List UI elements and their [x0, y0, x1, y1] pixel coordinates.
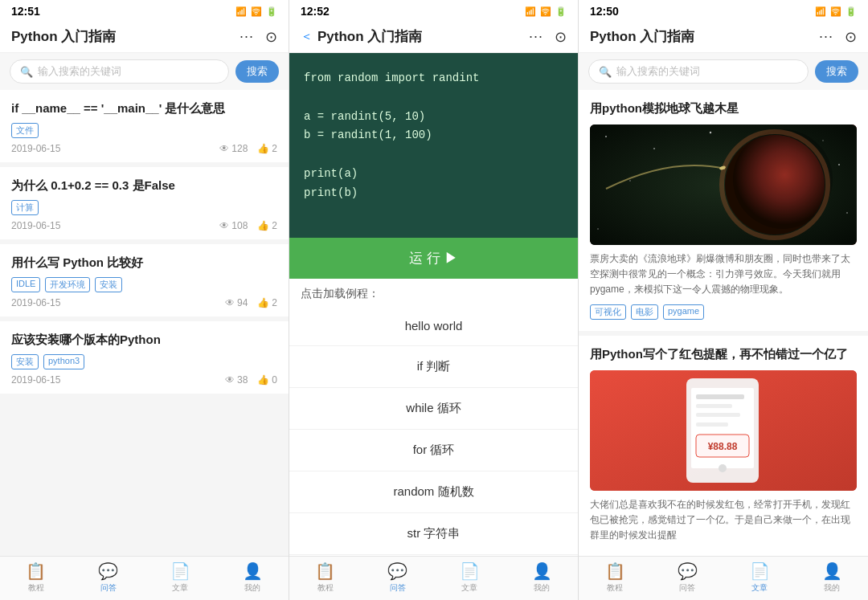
list-item[interactable]: str 字符串	[289, 513, 578, 555]
code-block: from random import randint a = randint(5…	[289, 53, 578, 238]
nav-item-qa-1[interactable]: 💬 问答	[72, 561, 145, 594]
meta-stats-3: 👁 94 👍 2	[225, 297, 277, 308]
nav-label-qa-2: 问答	[390, 582, 406, 594]
list-item[interactable]: for 循环	[289, 430, 578, 471]
tag-row-4: 安装 python3	[11, 354, 277, 369]
list-item[interactable]: 用python模拟地球飞越木星	[579, 90, 868, 331]
nav-item-tutorial-3[interactable]: 📋 教程	[579, 561, 651, 594]
search-input-wrap-1[interactable]: 🔍 输入搜索的关键词	[10, 59, 229, 84]
news-image-planet	[590, 124, 857, 245]
nav-label-qa-3: 问答	[679, 582, 695, 594]
likes-4: 👍 0	[257, 374, 277, 386]
target-icon-2[interactable]: ⊙	[555, 28, 567, 46]
nav-item-profile-2[interactable]: 👤 我的	[506, 561, 578, 594]
nav-item-articles-2[interactable]: 📄 文章	[434, 561, 506, 594]
tag-python3: python3	[43, 354, 84, 369]
tag-row-3: IDLE 开发环境 安装	[11, 277, 277, 292]
views-3: 👁 94	[225, 297, 248, 308]
code-line-6: print(a)	[304, 165, 563, 184]
article-date-4: 2019-06-15	[11, 374, 60, 386]
tutorial-icon-2: 📋	[315, 561, 335, 581]
nav-item-qa-3[interactable]: 💬 问答	[651, 561, 723, 594]
search-button-3[interactable]: 搜索	[815, 60, 858, 83]
tag-devenv: 开发环境	[45, 277, 90, 292]
status-time-2: 12:52	[301, 5, 330, 18]
list-item[interactable]: 为什么 0.1+0.2 == 0.3 是False 计算 2019-06-15 …	[0, 167, 289, 239]
nav-item-qa-2[interactable]: 💬 问答	[362, 561, 434, 594]
article-title-2: 为什么 0.1+0.2 == 0.3 是False	[11, 178, 277, 194]
list-item[interactable]: if __name__ == '__main__' 是什么意思 文件 2019-…	[0, 90, 289, 162]
header-icons-3: ··· ⊙	[819, 28, 857, 46]
nav-item-tutorial-1[interactable]: 📋 教程	[0, 561, 72, 594]
signal-icon-1: 📶	[235, 6, 247, 17]
qa-icon-1: 💬	[98, 561, 118, 581]
list-item[interactable]: if 判断	[289, 346, 578, 388]
nav-item-articles-3[interactable]: 📄 文章	[723, 561, 796, 594]
panel-code: 12:52 📶 🛜 🔋 ＜ Python 入门指南 ··· ⊙ from ran…	[289, 0, 579, 600]
search-placeholder-3: 输入搜索的关键词	[616, 64, 700, 79]
article-meta-2: 2019-06-15 👁 108 👍 2	[11, 220, 277, 231]
target-icon-1[interactable]: ⊙	[265, 28, 277, 46]
header-left-3: Python 入门指南	[590, 27, 694, 46]
likes-1: 👍 2	[257, 143, 277, 154]
nav-item-profile-3[interactable]: 👤 我的	[796, 561, 868, 594]
target-icon-3[interactable]: ⊙	[845, 28, 857, 46]
header-left-1: Python 入门指南	[11, 27, 116, 46]
nav-item-tutorial-2[interactable]: 📋 教程	[289, 561, 362, 594]
article-title-4: 应该安装哪个版本的Python	[11, 333, 277, 348]
search-button-1[interactable]: 搜索	[235, 60, 279, 83]
status-bar-1: 12:51 📶 🛜 🔋	[0, 0, 289, 21]
tag-row-2: 计算	[11, 200, 277, 215]
views-1: 👁 128	[219, 143, 248, 154]
svg-rect-19	[696, 422, 728, 427]
search-icon-3: 🔍	[599, 66, 612, 78]
code-line-2	[304, 88, 563, 108]
likes-2: 👍 2	[257, 220, 277, 231]
list-item[interactable]: while 循环	[289, 388, 578, 430]
news-tag-movie: 电影	[631, 304, 658, 320]
list-item[interactable]: 用什么写 Python 比较好 IDLE 开发环境 安装 2019-06-15 …	[0, 244, 289, 316]
list-item[interactable]: 应该安装哪个版本的Python 安装 python3 2019-06-15 👁 …	[0, 321, 289, 394]
views-4: 👁 38	[225, 374, 248, 386]
app-title-3: Python 入门指南	[590, 27, 694, 46]
run-button[interactable]: 运 行 ▶	[289, 238, 578, 279]
nav-label-profile-3: 我的	[824, 582, 840, 594]
nav-item-profile-1[interactable]: 👤 我的	[216, 561, 289, 594]
wifi-icon-3: 🛜	[830, 6, 841, 17]
example-list: hello world if 判断 while 循环 for 循环 random…	[289, 306, 578, 556]
list-item[interactable]: 用Python写个了红包提醒，再不怕错过一个亿了	[579, 336, 868, 556]
news-tags-1: 可视化 电影 pygame	[590, 304, 857, 320]
profile-icon-3: 👤	[822, 561, 842, 581]
profile-icon-2: 👤	[532, 561, 552, 581]
search-icon-1: 🔍	[20, 66, 33, 78]
back-button-2[interactable]: ＜	[301, 29, 313, 44]
more-icon-3[interactable]: ···	[819, 28, 833, 45]
panel-article-list: 12:51 📶 🛜 🔋 Python 入门指南 ··· ⊙ 🔍 输入搜索的关键词…	[0, 0, 289, 600]
search-input-wrap-3[interactable]: 🔍 输入搜索的关键词	[588, 59, 809, 84]
status-icons-1: 📶 🛜 🔋	[235, 6, 277, 17]
tutorial-icon-3: 📋	[605, 561, 625, 581]
qa-icon-3: 💬	[678, 561, 698, 581]
svg-point-1	[605, 136, 607, 137]
news-desc-1: 票房大卖的《流浪地球》刷爆微博和朋友圈，同时也带来了太空探测中很常见的一个概念：…	[590, 251, 857, 298]
bottom-nav-3: 📋 教程 💬 问答 📄 文章 👤 我的	[579, 556, 868, 600]
svg-text:¥88.88: ¥88.88	[708, 441, 738, 452]
app-title-1: Python 入门指南	[11, 27, 116, 46]
article-list: if __name__ == '__main__' 是什么意思 文件 2019-…	[0, 90, 289, 556]
list-item[interactable]: hello world	[289, 306, 578, 346]
meta-stats-4: 👁 38 👍 0	[225, 374, 277, 386]
svg-point-4	[822, 140, 824, 141]
article-meta-1: 2019-06-15 👁 128 👍 2	[11, 143, 277, 154]
nav-label-tutorial-1: 教程	[28, 582, 44, 594]
bottom-nav-1: 📋 教程 💬 问答 📄 文章 👤 我的	[0, 556, 289, 600]
articles-icon-2: 📄	[460, 561, 480, 581]
more-icon-1[interactable]: ···	[240, 28, 254, 45]
tag-install2: 安装	[11, 354, 39, 369]
list-item[interactable]: random 随机数	[289, 471, 578, 513]
nav-item-articles-1[interactable]: 📄 文章	[145, 561, 217, 594]
battery-icon-3: 🔋	[845, 6, 857, 17]
nav-label-tutorial-3: 教程	[607, 582, 623, 594]
tag-row-1: 文件	[11, 123, 277, 138]
svg-rect-18	[696, 413, 740, 417]
more-icon-2[interactable]: ···	[529, 28, 543, 45]
